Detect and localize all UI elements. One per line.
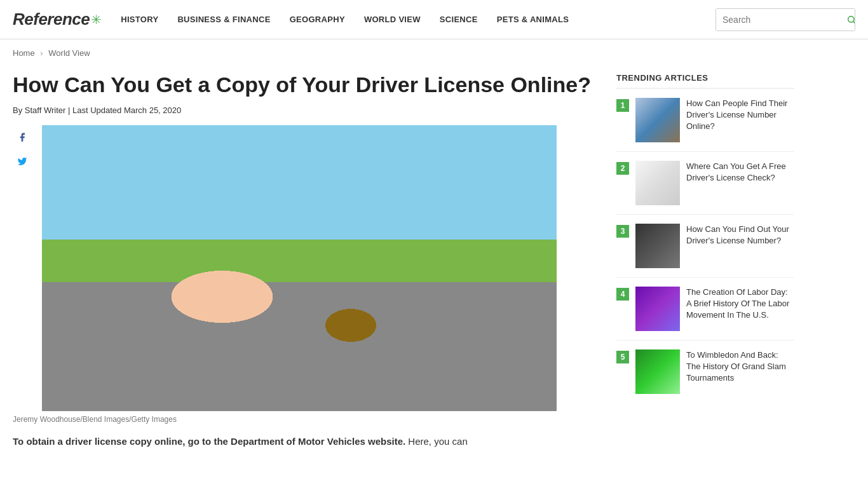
divider — [616, 340, 794, 341]
trending-thumb — [635, 349, 680, 394]
image-caption: Jeremy Woodhouse/Blend Images/Getty Imag… — [13, 415, 597, 424]
svg-rect-4 — [42, 335, 557, 411]
divider — [616, 214, 794, 215]
trending-number: 3 — [616, 225, 629, 238]
twitter-share-button[interactable] — [13, 152, 32, 171]
facebook-share-button[interactable] — [13, 128, 32, 147]
article-meta: By Staff Writer | Last Updated March 25,… — [13, 105, 597, 115]
article-intro-bold: To obtain a driver license copy online, … — [13, 436, 405, 447]
sidebar: TRENDING ARTICLES 1 How Can People Find … — [616, 67, 794, 449]
trending-item-title[interactable]: How Can People Find Their Driver's Licen… — [686, 98, 794, 133]
article-intro-rest: Here, you can — [408, 436, 467, 447]
svg-point-20 — [214, 308, 226, 318]
search-button[interactable] — [840, 9, 855, 30]
svg-rect-6 — [353, 227, 480, 252]
svg-rect-9 — [442, 220, 468, 232]
article-intro: To obtain a driver license copy online, … — [13, 434, 597, 449]
trending-thumb — [635, 287, 680, 331]
svg-point-15 — [144, 354, 163, 367]
svg-rect-7 — [366, 220, 391, 232]
meta-separator: | — [68, 105, 70, 115]
breadcrumb-home[interactable]: Home — [13, 48, 35, 58]
svg-point-21 — [191, 310, 198, 318]
breadcrumb-current: World View — [48, 48, 90, 58]
trending-item-title[interactable]: Where Can You Get A Free Driver's Licens… — [686, 161, 794, 184]
divider — [616, 277, 794, 278]
svg-point-17 — [163, 243, 252, 313]
site-header: Reference✳ HISTORY BUSINESS & FINANCE GE… — [0, 0, 868, 39]
svg-point-22 — [217, 310, 225, 318]
search-box — [715, 8, 855, 31]
breadcrumb: Home › World View — [0, 39, 868, 67]
trending-item[interactable]: 1 How Can People Find Their Driver's Lic… — [616, 98, 794, 142]
nav-world-view[interactable]: WORLD VIEW — [364, 15, 421, 24]
trending-number: 4 — [616, 288, 629, 301]
trending-item-title[interactable]: To Wimbledon And Back: The History Of Gr… — [686, 349, 794, 384]
svg-rect-12 — [93, 252, 315, 411]
svg-point-14 — [118, 335, 188, 386]
meta-updated: Last Updated March 25, 2020 — [72, 105, 181, 115]
svg-rect-23 — [156, 360, 258, 411]
trending-item[interactable]: 3 How Can You Find Out Your Driver's Lic… — [616, 224, 794, 268]
search-input[interactable] — [716, 9, 840, 30]
svg-point-19 — [187, 308, 200, 318]
nav-geography[interactable]: GEOGRAPHY — [290, 15, 345, 24]
search-icon — [846, 15, 855, 25]
logo-star: ✳ — [91, 12, 102, 27]
article-photo-svg — [42, 125, 557, 411]
main-nav: HISTORY BUSINESS & FINANCE GEOGRAPHY WOR… — [121, 15, 715, 24]
meta-by: By — [13, 105, 22, 115]
logo[interactable]: Reference✳ — [13, 10, 102, 29]
nav-history[interactable]: HISTORY — [121, 15, 158, 24]
svg-rect-5 — [347, 240, 487, 322]
trending-thumb — [635, 224, 680, 268]
trending-item[interactable]: 4 The Creation Of Labor Day: A Brief His… — [616, 287, 794, 331]
trending-thumb — [635, 98, 680, 142]
svg-rect-24 — [421, 294, 523, 362]
svg-point-16 — [166, 265, 248, 367]
svg-rect-2 — [42, 125, 557, 265]
trending-title: TRENDING ARTICLES — [616, 73, 794, 89]
svg-rect-13 — [105, 265, 296, 405]
svg-rect-26 — [401, 323, 451, 362]
nav-science[interactable]: SCIENCE — [440, 15, 478, 24]
breadcrumb-separator: › — [40, 48, 43, 58]
logo-text: Reference — [13, 10, 90, 29]
content-wrapper: How Can You Get a Copy of Your Driver Li… — [0, 67, 868, 449]
svg-rect-10 — [366, 236, 417, 271]
trending-number: 5 — [616, 351, 629, 363]
twitter-icon — [17, 156, 27, 166]
article-image-wrapper — [42, 125, 597, 411]
svg-line-1 — [853, 22, 855, 24]
trending-item-title[interactable]: The Creation Of Labor Day: A Brief Histo… — [686, 287, 794, 322]
social-icons — [13, 128, 32, 171]
trending-item[interactable]: 2 Where Can You Get A Free Driver's Lice… — [616, 161, 794, 205]
nav-pets-animals[interactable]: PETS & ANIMALS — [497, 15, 569, 24]
svg-point-18 — [214, 259, 264, 348]
trending-number: 2 — [616, 162, 629, 175]
trending-list: 1 How Can People Find Their Driver's Lic… — [616, 98, 794, 394]
article-image — [42, 125, 557, 411]
svg-rect-3 — [42, 316, 557, 411]
meta-author: Staff Writer — [25, 105, 66, 115]
divider — [616, 151, 794, 152]
trending-item-title[interactable]: How Can You Find Out Your Driver's Licen… — [686, 224, 794, 247]
main-content: How Can You Get a Copy of Your Driver Li… — [13, 67, 616, 449]
nav-business-finance[interactable]: BUSINESS & FINANCE — [177, 15, 270, 24]
trending-number: 1 — [616, 99, 629, 112]
svg-rect-27 — [408, 327, 445, 341]
facebook-icon — [17, 132, 27, 142]
article-title: How Can You Get a Copy of Your Driver Li… — [13, 72, 597, 98]
trending-thumb — [635, 161, 680, 205]
trending-item[interactable]: 5 To Wimbledon And Back: The History Of … — [616, 349, 794, 394]
svg-rect-11 — [430, 236, 474, 271]
svg-rect-8 — [404, 220, 430, 232]
svg-rect-25 — [444, 294, 466, 312]
